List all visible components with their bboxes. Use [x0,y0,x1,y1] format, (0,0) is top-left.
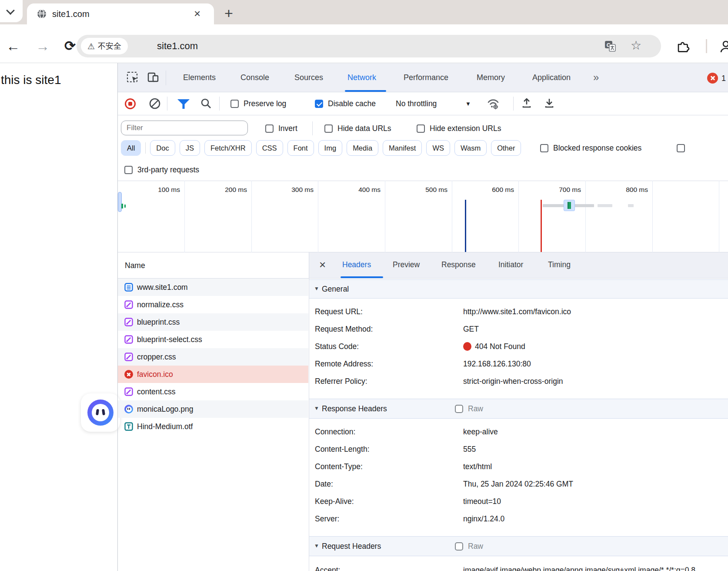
request-row[interactable]: blueprint-select.css [118,331,308,348]
chip-js[interactable]: JS [180,140,200,156]
chip-all[interactable]: All [121,140,141,156]
tab-console[interactable]: Console [240,70,269,85]
details-tab-initiator[interactable]: Initiator [498,252,523,277]
disclosure-triangle-icon[interactable]: ▼ [314,405,319,411]
request-row-selected-error[interactable]: favicon.ico [118,366,308,383]
tab-application[interactable]: Application [532,70,571,85]
omnibox[interactable]: ⚠ 不安全 site1.com G ☆ [77,35,661,57]
bookmark-star-icon[interactable]: ☆ [631,35,641,57]
record-button[interactable] [125,98,136,109]
chip-manifest[interactable]: Manifest [383,140,422,156]
url-text[interactable]: site1.com [157,35,198,57]
request-row[interactable]: cropper.css [118,348,308,366]
device-toolbar-icon[interactable] [147,71,159,84]
chip-wasm[interactable]: Wasm [454,140,487,156]
disable-cache-label[interactable]: Disable cache [328,92,376,115]
network-conditions-icon[interactable] [486,97,500,110]
inspect-element-icon[interactable] [127,71,139,84]
request-row[interactable]: content.css [118,383,308,400]
request-raw-checkbox[interactable] [455,542,463,551]
kv-label: Connection: [315,423,355,440]
tab-close-icon[interactable]: × [194,3,200,24]
details-close-icon[interactable]: × [319,252,326,277]
search-icon[interactable] [200,97,212,110]
tab-memory[interactable]: Memory [477,70,505,85]
browser-tab[interactable]: site1.com × [27,3,214,24]
request-row[interactable]: Hind-Medium.otf [118,418,308,435]
third-party-label[interactable]: 3rd-party requests [137,159,199,180]
chip-css[interactable]: CSS [256,140,283,156]
response-raw-label[interactable]: Raw [468,399,483,419]
kv-label: Content-Type: [315,458,363,475]
security-chip[interactable]: ⚠ 不安全 [81,38,128,54]
chip-img[interactable]: Img [318,140,343,156]
name-column-header[interactable]: Name [125,252,145,279]
details-tab-timing[interactable]: Timing [548,252,571,277]
hide-extension-urls-checkbox[interactable] [417,124,425,133]
tab-network[interactable]: Network [347,70,376,85]
throttling-select[interactable]: No throttling [396,92,437,115]
chip-font[interactable]: Font [287,140,314,156]
status-error-dot [463,342,471,351]
details-tab-headers[interactable]: Headers [342,252,371,277]
tab-search-button[interactable] [0,0,23,22]
translate-icon[interactable]: G [604,40,617,53]
blocked-cookies-label[interactable]: Blocked response cookies [553,138,641,158]
hide-data-urls-label[interactable]: Hide data URLs [337,118,391,139]
request-table-header[interactable]: Name [118,252,309,279]
hide-data-urls-checkbox[interactable] [324,124,333,133]
back-button[interactable]: ← [6,37,20,56]
blocked-requests-checkbox[interactable] [677,144,685,152]
details-tab-response[interactable]: Response [441,252,476,277]
request-raw-label[interactable]: Raw [468,536,483,556]
general-section-title: General [322,279,349,299]
filter-input[interactable] [121,121,248,135]
chip-media[interactable]: Media [347,140,378,156]
details-tab-preview[interactable]: Preview [393,252,420,277]
error-badge[interactable] [707,73,718,84]
request-headers-title: Request Headers [322,536,381,556]
request-row[interactable]: monicaLogo.png [118,400,308,418]
request-row[interactable]: www.site1.com [118,279,308,296]
reload-button[interactable]: ⟳ [64,37,76,56]
selected-request-marker[interactable] [564,200,575,211]
disable-cache-checkbox[interactable] [315,100,323,108]
tab-performance[interactable]: Performance [404,70,448,85]
chip-ws[interactable]: WS [426,140,450,156]
assistant-floating-button[interactable] [81,393,120,432]
invert-checkbox[interactable] [265,124,274,133]
preserve-log-checkbox[interactable] [230,100,239,108]
request-row[interactable]: blueprint.css [118,313,308,331]
preserve-log-label[interactable]: Preserve log [244,92,286,115]
export-har-icon[interactable] [543,97,556,110]
profile-icon[interactable] [718,39,728,54]
new-tab-button[interactable]: + [224,3,233,24]
chip-doc[interactable]: Doc [150,140,175,156]
general-section-header[interactable] [309,279,728,299]
blocked-cookies-checkbox[interactable] [540,144,548,152]
tab-title: site1.com [52,3,90,24]
third-party-checkbox[interactable] [124,166,133,174]
tab-elements[interactable]: Elements [183,70,216,85]
clear-icon[interactable] [149,97,161,110]
invert-label[interactable]: Invert [278,118,297,139]
error-count[interactable]: 1 [721,71,726,86]
import-har-icon[interactable] [520,97,533,110]
disclosure-triangle-icon[interactable]: ▼ [314,286,319,292]
chip-fetch-xhr[interactable]: Fetch/XHR [204,140,252,156]
throttling-caret-icon[interactable]: ▼ [465,92,471,115]
forward-button[interactable]: → [36,37,50,56]
disclosure-triangle-icon[interactable]: ▼ [314,543,319,549]
timeline-label: 100 ms [128,186,180,194]
response-raw-checkbox[interactable] [455,405,463,413]
request-name: normalize.css [137,296,184,313]
chip-other[interactable]: Other [491,140,521,156]
timeline-scroll-handle[interactable] [118,192,122,212]
extensions-icon[interactable] [676,39,690,53]
request-row[interactable]: normalize.css [118,296,308,313]
grid-line [518,181,519,252]
hide-extension-urls-label[interactable]: Hide extension URLs [430,118,501,139]
more-tabs-button[interactable]: » [593,70,599,85]
grid-line [184,181,185,252]
tab-sources[interactable]: Sources [294,70,323,85]
